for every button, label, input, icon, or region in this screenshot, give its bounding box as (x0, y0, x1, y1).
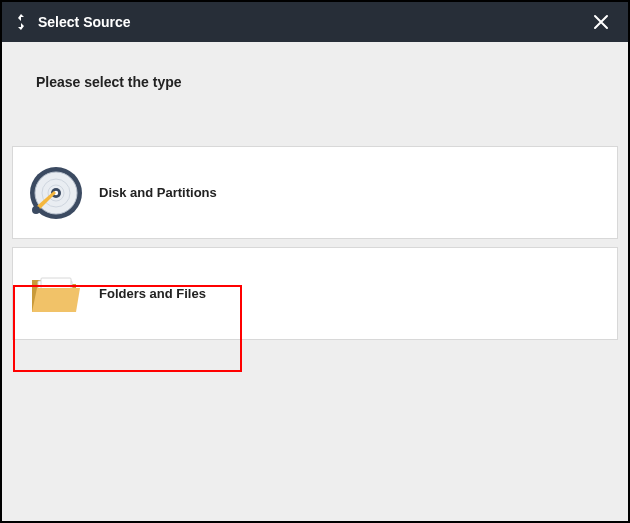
folder-icon (27, 265, 85, 323)
prompt-text: Please select the type (12, 42, 618, 90)
titlebar: Select Source (2, 2, 628, 42)
dialog-content: Please select the type (2, 42, 628, 521)
option-label: Folders and Files (99, 286, 206, 301)
option-label: Disk and Partitions (99, 185, 217, 200)
option-disk-and-partitions[interactable]: Disk and Partitions (12, 146, 618, 239)
close-button[interactable] (588, 9, 614, 35)
close-icon (593, 14, 609, 30)
dialog-title: Select Source (38, 14, 588, 30)
options-list: Disk and Partitions Folders and Files (12, 146, 618, 340)
app-icon (12, 13, 30, 31)
disk-icon (27, 164, 85, 222)
select-source-dialog: Select Source Please select the type (2, 2, 628, 521)
svg-point-7 (32, 206, 40, 214)
option-folders-and-files[interactable]: Folders and Files (12, 247, 618, 340)
